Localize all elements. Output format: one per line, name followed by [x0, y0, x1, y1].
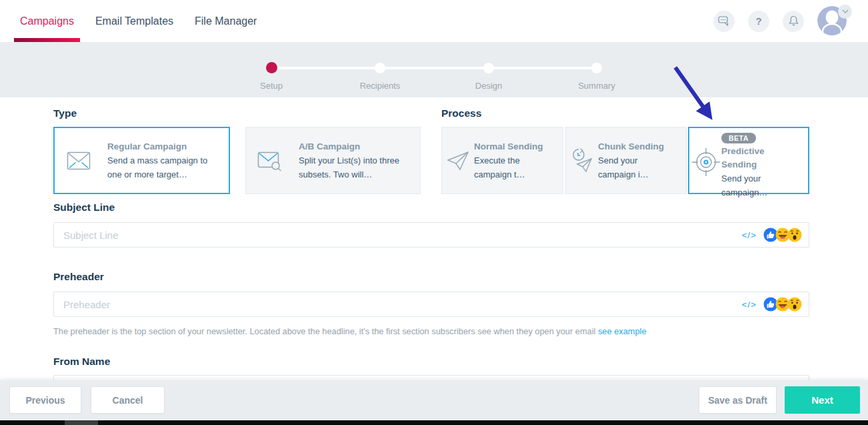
step-dot-setup[interactable] [266, 62, 277, 73]
stepper-track [271, 67, 597, 69]
subject-line-label: Subject Line [53, 201, 115, 214]
main-nav: Campaigns Email Templates File Manager [20, 0, 257, 42]
chevron-down-icon[interactable] [838, 5, 852, 19]
beta-badge: BETA [721, 133, 756, 143]
taskbar-segment [65, 420, 98, 425]
subject-line-input[interactable] [54, 223, 809, 247]
step-dot-design[interactable] [483, 63, 494, 73]
step-label-summary: Summary [557, 81, 637, 91]
wow-reaction-icon [787, 297, 802, 312]
step-label-setup: Setup [231, 81, 311, 91]
emoji-picker-icon[interactable] [763, 297, 802, 312]
from-name-label: From Name [53, 356, 110, 368]
card-title: Normal Sending [474, 140, 547, 153]
preheader-helper-text: The preheader is the top section of your… [53, 326, 647, 336]
preheader-field: </> [53, 292, 809, 317]
card-description: Split your List(s) into three subsets. T… [299, 153, 413, 181]
step-dot-recipients[interactable] [375, 63, 385, 73]
preheader-label: Preheader [53, 271, 104, 283]
code-personalization-icon[interactable]: </> [741, 300, 757, 310]
help-icon[interactable]: ? [748, 11, 769, 32]
target-icon [691, 147, 721, 177]
chat-icon[interactable] [713, 11, 735, 32]
header-actions: ? [713, 0, 848, 42]
progress-stepper: Setup Recipients Design Summary [0, 42, 868, 97]
help-glyph: ? [755, 15, 761, 27]
card-description: Execute the campaign t… [474, 153, 547, 181]
step-dot-summary[interactable] [591, 63, 602, 73]
process-heading: Process [441, 107, 481, 119]
card-description: Send your campaign… [721, 171, 796, 199]
step-label-design: Design [449, 81, 529, 91]
taskbar-edge [0, 420, 868, 425]
card-description: Send your campaign i… [598, 153, 670, 181]
top-navbar: Campaigns Email Templates File Manager ? [0, 0, 868, 42]
user-avatar[interactable] [817, 6, 848, 37]
nav-file-manager[interactable]: File Manager [195, 0, 257, 42]
paper-plane-clock-icon [569, 147, 595, 174]
card-description: Send a mass campaign to one or more targ… [107, 153, 221, 181]
preheader-input[interactable] [54, 292, 809, 316]
card-regular-campaign[interactable]: Regular Campaign Send a mass campaign to… [53, 127, 230, 194]
see-example-link[interactable]: see example [598, 326, 647, 336]
subject-line-field: </> [53, 222, 809, 248]
card-title: A/B Campaign [299, 140, 413, 153]
card-ab-campaign[interactable]: A/B Campaign Split your List(s) into thr… [245, 127, 421, 194]
wow-reaction-icon [787, 228, 802, 242]
card-title: Predictive Sending [721, 145, 796, 171]
nav-email-templates[interactable]: Email Templates [95, 0, 173, 42]
nav-campaigns[interactable]: Campaigns [20, 0, 74, 42]
envelope-icon [66, 151, 91, 170]
card-normal-sending[interactable]: Normal Sending Execute the campaign t… [441, 127, 563, 194]
card-title: Regular Campaign [107, 140, 221, 153]
save-as-draft-button[interactable]: Save as Draft [699, 386, 777, 414]
helper-text-body: The preheader is the top section of your… [53, 326, 598, 336]
notifications-bell-icon[interactable] [783, 11, 804, 32]
cancel-button[interactable]: Cancel [91, 386, 165, 414]
type-heading: Type [53, 107, 77, 119]
paper-plane-icon [445, 150, 471, 171]
wizard-footer: Previous Cancel Save as Draft Next [0, 380, 868, 420]
previous-button[interactable]: Previous [9, 386, 81, 414]
card-title: Chunk Sending [598, 140, 670, 153]
code-personalization-icon[interactable]: </> [741, 230, 757, 240]
emoji-picker-icon[interactable] [763, 228, 802, 242]
card-predictive-sending[interactable]: BETA Predictive Sending Send your campai… [688, 127, 809, 194]
campaign-setup-page: Campaigns Email Templates File Manager ? [0, 0, 868, 425]
next-button[interactable]: Next [785, 386, 860, 414]
step-label-recipients: Recipients [340, 81, 420, 91]
card-chunk-sending[interactable]: Chunk Sending Send your campaign i… [565, 127, 687, 194]
envelope-search-icon [257, 150, 283, 171]
